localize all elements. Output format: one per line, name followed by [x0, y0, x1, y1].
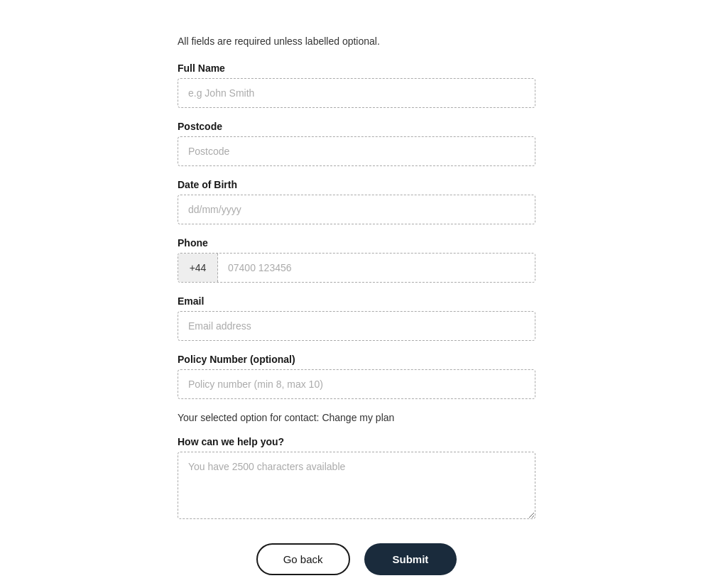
full-name-group: Full Name: [178, 62, 535, 108]
postcode-input[interactable]: [178, 136, 535, 166]
buttons-row: Go back Submit: [178, 543, 535, 575]
postcode-label: Postcode: [178, 121, 535, 132]
full-name-input[interactable]: [178, 78, 535, 108]
phone-prefix: +44: [178, 254, 218, 282]
postcode-group: Postcode: [178, 121, 535, 166]
full-name-label: Full Name: [178, 62, 535, 74]
phone-group: Phone +44: [178, 237, 535, 283]
dob-group: Date of Birth: [178, 179, 535, 224]
help-textarea[interactable]: [178, 452, 535, 519]
policy-number-label: Policy Number (optional): [178, 354, 535, 365]
phone-input[interactable]: [218, 254, 535, 282]
email-input[interactable]: [178, 311, 535, 341]
phone-label: Phone: [178, 237, 535, 249]
form-container: All fields are required unless labelled …: [178, 21, 535, 588]
email-label: Email: [178, 295, 535, 307]
helper-text: All fields are required unless labelled …: [178, 36, 535, 47]
email-group: Email: [178, 295, 535, 341]
dob-input[interactable]: [178, 195, 535, 224]
policy-number-group: Policy Number (optional): [178, 354, 535, 399]
policy-number-input[interactable]: [178, 369, 535, 399]
phone-wrapper: +44: [178, 253, 535, 283]
dob-label: Date of Birth: [178, 179, 535, 190]
help-group: How can we help you?: [178, 436, 535, 522]
contact-option-text: Your selected option for contact: Change…: [178, 412, 535, 423]
submit-button[interactable]: Submit: [364, 543, 457, 575]
help-label: How can we help you?: [178, 436, 535, 447]
go-back-button[interactable]: Go back: [256, 543, 350, 575]
